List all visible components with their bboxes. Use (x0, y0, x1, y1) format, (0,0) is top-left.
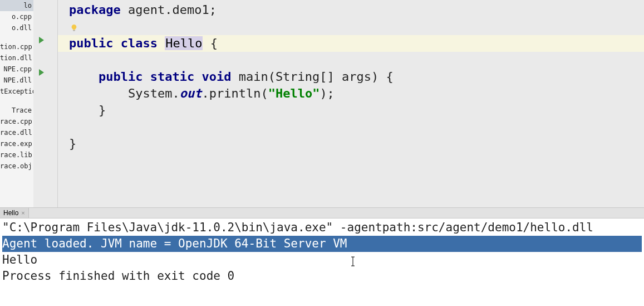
project-sidebar[interactable]: loo.cppo.dlltion.cpption.dllNPE.cppNPE.d… (0, 0, 33, 207)
code-editor[interactable]: package agent.demo1;public class Hello {… (58, 0, 644, 207)
sidebar-item[interactable]: NPE.cpp (0, 64, 33, 75)
code-token: package (69, 3, 121, 17)
code-token (69, 70, 99, 84)
console-line[interactable]: "C:\Program Files\Java\jdk-11.0.2\bin\ja… (2, 220, 642, 236)
svg-rect-0 (73, 30, 75, 31)
console-line[interactable]: Hello (2, 252, 642, 268)
code-token: .println( (201, 86, 268, 100)
code-token: main(String[] args) { (231, 70, 393, 84)
close-icon[interactable]: × (21, 210, 24, 216)
top-area: loo.cppo.dlltion.cpption.dllNPE.cppNPE.d… (0, 0, 644, 207)
code-line[interactable]: System.out.println("Hello"); (69, 85, 644, 102)
code-token: agent.demo1; (121, 3, 217, 17)
code-line[interactable]: } (69, 102, 644, 119)
sidebar-item[interactable]: o.cpp (0, 11, 33, 22)
lightbulb-icon[interactable] (70, 20, 78, 27)
sidebar-item[interactable]: race.cpp (0, 116, 33, 127)
code-line[interactable] (69, 52, 644, 69)
code-token: public static void (99, 70, 231, 84)
sidebar-item[interactable]: tion.cpp (0, 41, 33, 52)
sidebar-item[interactable]: tException (0, 86, 33, 97)
run-icon[interactable] (39, 69, 44, 76)
code-line[interactable] (69, 18, 644, 35)
code-token: "Hello" (268, 86, 320, 100)
text-cursor-icon (351, 255, 351, 266)
run-tab[interactable]: Hello × (0, 208, 29, 218)
code-token: out (180, 86, 202, 100)
editor-gutter[interactable] (33, 0, 58, 207)
run-icon[interactable] (39, 37, 44, 43)
code-line[interactable]: public static void main(String[] args) { (69, 69, 644, 85)
sidebar-item[interactable]: race.exp (0, 138, 33, 149)
sidebar-item[interactable]: tion.dll (0, 52, 33, 64)
console-line[interactable]: Agent loaded. JVM name = OpenJDK 64-Bit … (2, 236, 642, 252)
sidebar-item[interactable]: NPE.dll (0, 75, 33, 86)
sidebar-item[interactable]: lo (0, 0, 33, 11)
sidebar-item[interactable]: race.obj (0, 161, 33, 172)
run-tab-label: Hello (3, 209, 18, 217)
code-token: } (69, 103, 106, 117)
sidebar-spacer (0, 97, 33, 105)
sidebar-item[interactable]: o.dll (0, 22, 33, 33)
code-token: { (203, 36, 218, 50)
code-token: ); (319, 86, 335, 100)
code-line[interactable] (69, 119, 644, 135)
code-token: Hello (165, 36, 203, 50)
run-panel: Hello × "C:\Program Files\Java\jdk-11.0.… (0, 207, 644, 306)
run-tab-bar: Hello × (0, 207, 644, 218)
code-line[interactable]: } (69, 135, 644, 152)
code-token: System. (69, 86, 180, 100)
code-token: public class (69, 36, 165, 50)
sidebar-item[interactable]: race.lib (0, 149, 33, 161)
ide-window: loo.cppo.dlltion.cpption.dllNPE.cppNPE.d… (0, 0, 644, 306)
console-line[interactable]: Process finished with exit code 0 (2, 268, 642, 284)
code-token: } (69, 137, 76, 150)
code-line[interactable]: package agent.demo1; (69, 2, 644, 18)
console-output[interactable]: "C:\Program Files\Java\jdk-11.0.2\bin\ja… (0, 218, 644, 306)
sidebar-spacer (0, 33, 33, 41)
sidebar-item[interactable]: Trace (0, 105, 33, 116)
sidebar-item[interactable]: race.dll (0, 127, 33, 138)
code-line[interactable]: public class Hello { (58, 35, 644, 52)
